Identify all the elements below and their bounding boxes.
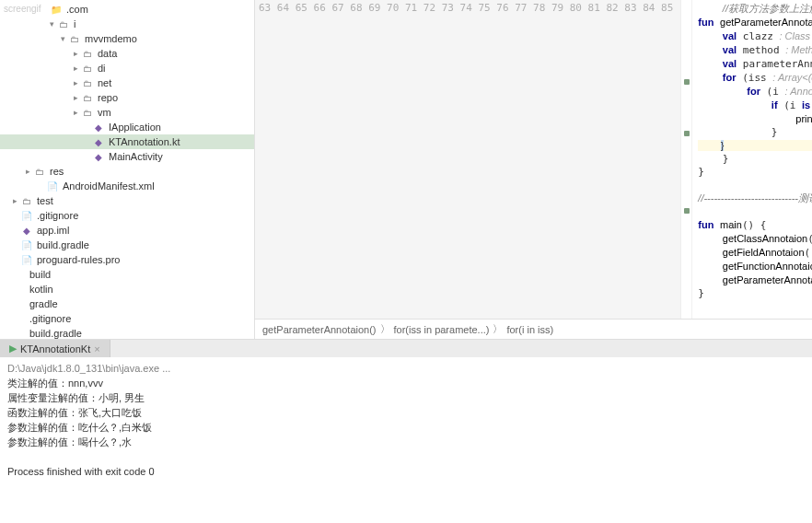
- tree-arrow-icon: ▸: [70, 64, 81, 73]
- tree-label: .com: [66, 4, 88, 15]
- tree-label: IApplication: [109, 122, 161, 133]
- code-area[interactable]: 63 64 65 66 67 68 69 70 71 72 73 74 75 7…: [255, 0, 812, 319]
- file-icon: 📄: [46, 180, 59, 192]
- console-line: D:\Java\jdk1.8.0_131\bin\java.exe ...: [7, 361, 805, 376]
- file-icon: 🗀: [33, 165, 46, 178]
- tree-item[interactable]: ◆app.iml: [0, 223, 254, 238]
- tree-item[interactable]: ▾🗀i: [0, 17, 254, 31]
- tree-label: i: [74, 18, 75, 29]
- tree-label: app.iml: [37, 225, 69, 236]
- file-icon: 🗀: [20, 194, 33, 207]
- tree-item[interactable]: 📄build.gradle: [0, 238, 254, 252]
- tree-label: build.gradle: [37, 239, 89, 250]
- close-icon[interactable]: ×: [94, 343, 99, 354]
- console-tabs: ▶ KTAnnotationKt ×: [0, 339, 812, 357]
- tree-item[interactable]: ◆KTAnnotation.kt: [0, 134, 254, 149]
- chevron-right-icon: 〉: [380, 322, 390, 336]
- console-tab-label: KTAnnotationKt: [20, 343, 90, 354]
- tree-label: test: [37, 195, 53, 206]
- tree-label: build: [29, 269, 51, 280]
- tree-item[interactable]: ◆MainActivity: [0, 149, 254, 164]
- tree-arrow-icon: ▸: [70, 78, 81, 87]
- file-icon: 🗀: [81, 47, 94, 60]
- line-gutter: 63 64 65 66 67 68 69 70 71 72 73 74 75 7…: [255, 0, 681, 319]
- gutter-markers: [681, 0, 692, 319]
- tree-label: proguard-rules.pro: [37, 254, 121, 265]
- tree-item[interactable]: kotlin: [0, 282, 254, 296]
- main-container: 📁.com▾🗀i▾🗀mvvmdemo▸🗀data▸🗀di▸🗀net▸🗀repo▸…: [0, 0, 812, 339]
- tree-label: MainActivity: [109, 151, 163, 162]
- chevron-right-icon: 〉: [493, 322, 503, 336]
- tree-label: repo: [98, 92, 118, 103]
- tree-label: KTAnnotation.kt: [109, 136, 180, 147]
- tree-arrow-icon: ▸: [70, 93, 81, 102]
- file-icon: [13, 327, 26, 339]
- tree-item[interactable]: 📄proguard-rules.pro: [0, 252, 254, 267]
- tree-label: di: [98, 63, 106, 74]
- tree-label: vm: [98, 107, 111, 118]
- tree-item[interactable]: ▸🗀repo: [0, 90, 254, 105]
- tree-label: build.gradle: [29, 328, 82, 339]
- project-tree[interactable]: 📁.com▾🗀i▾🗀mvvmdemo▸🗀data▸🗀di▸🗀net▸🗀repo▸…: [0, 0, 255, 339]
- file-icon: 🗀: [57, 17, 70, 30]
- file-icon: 📄: [20, 238, 33, 251]
- watermark: screengif: [4, 4, 41, 14]
- tree-arrow-icon: ▸: [22, 167, 33, 176]
- file-icon: ◆: [20, 224, 33, 237]
- console-tab[interactable]: ▶ KTAnnotationKt ×: [0, 340, 110, 357]
- tree-item[interactable]: ▸🗀res: [0, 164, 254, 179]
- file-icon: 🗀: [81, 91, 94, 104]
- console-line: 参数注解的值：吃什么？,白米饭: [7, 420, 805, 435]
- file-icon: 🗀: [68, 32, 81, 45]
- tree-item[interactable]: build: [0, 267, 254, 282]
- marker-icon: [684, 131, 690, 136]
- tree-item[interactable]: .gitignore: [0, 311, 254, 326]
- tree-label: res: [50, 166, 64, 177]
- tree-item[interactable]: ◆IApplication: [0, 120, 254, 134]
- file-icon: [13, 297, 26, 310]
- tree-arrow-icon: ▸: [70, 49, 81, 58]
- marker-icon: [684, 79, 690, 85]
- breadcrumb[interactable]: getParameterAnnotaion()〉 for(iss in para…: [255, 319, 812, 339]
- file-icon: 📄: [20, 253, 33, 266]
- tree-item[interactable]: gradle: [0, 296, 254, 311]
- editor-panel: 63 64 65 66 67 68 69 70 71 72 73 74 75 7…: [255, 0, 812, 339]
- console-line: 参数注解的值：喝什么？,水: [7, 435, 805, 449]
- tree-item[interactable]: ▾🗀mvvmdemo: [0, 31, 254, 46]
- file-icon: ◆: [92, 121, 105, 134]
- tree-item[interactable]: build.gradle: [0, 326, 254, 339]
- tree-item[interactable]: 📄.gitignore: [0, 208, 254, 223]
- tree-label: AndroidManifest.xml: [63, 180, 155, 192]
- file-icon: 📁: [50, 3, 63, 16]
- tree-label: gradle: [29, 298, 58, 309]
- tree-arrow-icon: ▸: [70, 108, 81, 117]
- tree-label: .gitignore: [37, 210, 78, 221]
- tree-label: kotlin: [29, 284, 53, 295]
- console-output[interactable]: D:\Java\jdk1.8.0_131\bin\java.exe ... 类注…: [0, 357, 812, 523]
- file-icon: [13, 268, 26, 281]
- tree-label: data: [98, 48, 117, 59]
- file-icon: 📄: [20, 209, 33, 222]
- tree-label: net: [98, 77, 111, 88]
- console-line: 类注解的值：nnn,vvv: [7, 376, 805, 390]
- breadcrumb-item[interactable]: for(i in iss): [506, 324, 553, 335]
- tree-item[interactable]: ▸🗀di: [0, 61, 254, 76]
- tree-item[interactable]: ▸🗀data: [0, 46, 254, 61]
- console-line: 属性变量注解的值：小明, 男生: [7, 390, 805, 405]
- breadcrumb-item[interactable]: for(iss in paramete...): [394, 324, 490, 335]
- tree-item[interactable]: ▸🗀vm: [0, 105, 254, 120]
- tree-item[interactable]: ▸🗀test: [0, 193, 254, 208]
- file-icon: 🗀: [81, 106, 94, 119]
- file-icon: [13, 312, 26, 325]
- tree-label: .gitignore: [29, 313, 71, 324]
- tree-label: mvvmdemo: [85, 33, 137, 44]
- tree-arrow-icon: ▸: [9, 196, 20, 205]
- file-icon: ◆: [92, 150, 105, 163]
- tree-item[interactable]: ▸🗀net: [0, 76, 254, 90]
- file-icon: 🗀: [81, 62, 94, 75]
- code-content[interactable]: //获取方法参数上注解的值 fun getParameterAnnotaion(…: [692, 0, 812, 319]
- tree-item[interactable]: 📄AndroidManifest.xml: [0, 179, 254, 193]
- file-icon: 🗀: [81, 76, 94, 89]
- file-icon: [13, 283, 26, 296]
- breadcrumb-item[interactable]: getParameterAnnotaion(): [262, 324, 377, 335]
